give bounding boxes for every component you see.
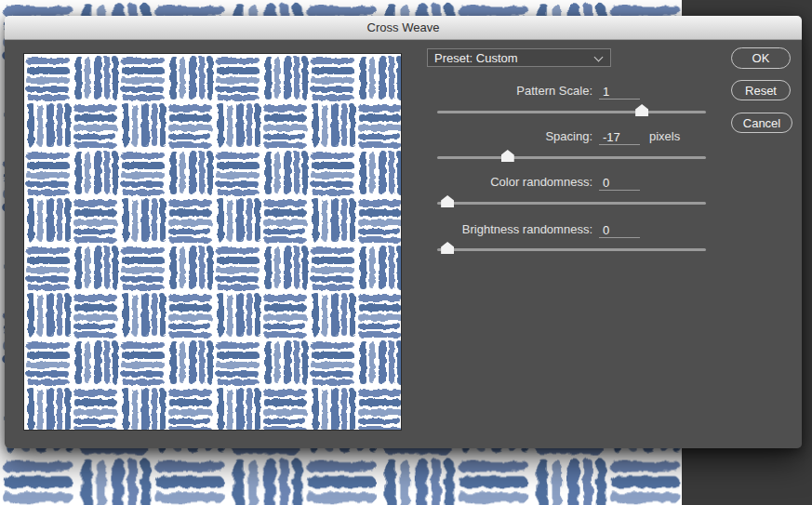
preset-select-value: Preset: Custom — [434, 51, 518, 65]
dialog-titlebar[interactable]: Cross Weave — [5, 16, 802, 40]
preset-select[interactable]: Preset: Custom — [427, 48, 611, 67]
brightness-randomness-slider[interactable] — [437, 241, 706, 254]
pattern-preview-image — [24, 54, 401, 430]
brightness-randomness-slider-track[interactable] — [437, 248, 706, 251]
pattern-scale-label: Pattern Scale: — [312, 83, 592, 100]
brightness-randomness-label: Brightness randomness: — [312, 221, 592, 238]
spacing-label: Spacing: — [312, 128, 592, 145]
color-randomness-input[interactable]: 0 — [599, 175, 640, 191]
brightness-randomness-slider-thumb[interactable] — [441, 242, 454, 254]
pattern-preview[interactable] — [23, 53, 402, 431]
dialog-body: Preset: Custom Pattern Scale: 1 Spacing:… — [5, 40, 802, 448]
spacing-input[interactable]: -17 — [599, 129, 640, 145]
color-randomness-slider-track[interactable] — [437, 202, 706, 205]
spacing-slider-thumb[interactable] — [501, 150, 514, 162]
pattern-scale-input[interactable]: 1 — [599, 84, 640, 100]
color-randomness-label: Color randomness: — [312, 174, 592, 191]
photoshop-workspace: Cross Weave Preset: Custom Pattern Scale… — [0, 0, 812, 505]
chevron-down-icon — [594, 53, 604, 62]
ok-button[interactable]: OK — [731, 47, 791, 69]
pattern-scale-slider-thumb[interactable] — [635, 104, 648, 116]
brightness-randomness-input[interactable]: 0 — [599, 222, 640, 238]
cross-weave-dialog: Cross Weave Preset: Custom Pattern Scale… — [5, 16, 802, 448]
reset-button[interactable]: Reset — [731, 80, 791, 100]
cancel-button[interactable]: Cancel — [731, 113, 792, 133]
spacing-slider[interactable] — [437, 149, 706, 162]
pattern-scale-slider-track[interactable] — [437, 111, 706, 113]
color-randomness-slider-thumb[interactable] — [441, 195, 454, 207]
dialog-title: Cross Weave — [367, 20, 440, 34]
spacing-slider-track[interactable] — [437, 156, 706, 159]
color-randomness-slider[interactable] — [437, 194, 706, 207]
pattern-scale-slider[interactable] — [437, 103, 706, 116]
spacing-unit-label: pixels — [649, 128, 680, 145]
